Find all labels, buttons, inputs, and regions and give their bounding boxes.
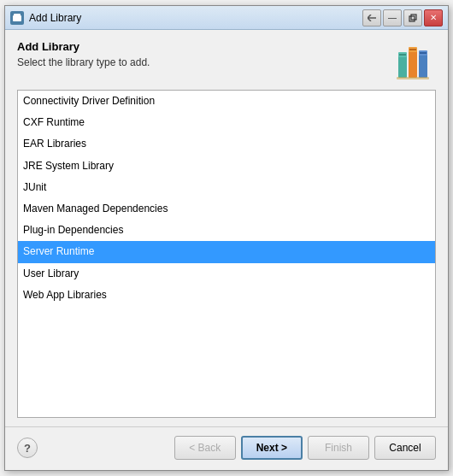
- content-area: Add Library Select the library type to a…: [5, 30, 448, 426]
- svg-rect-1: [14, 14, 21, 16]
- books-svg: [395, 40, 436, 81]
- header-text: Add Library Select the library type to a…: [17, 40, 386, 68]
- dialog-icon: [10, 11, 24, 25]
- list-item[interactable]: Plug-in Dependencies: [18, 220, 435, 241]
- list-item[interactable]: Web App Libraries: [18, 285, 435, 306]
- svg-rect-12: [420, 52, 427, 54]
- svg-rect-2: [409, 16, 415, 21]
- title-bar-left: Add Library: [10, 11, 81, 25]
- svg-rect-3: [411, 15, 416, 20]
- list-item[interactable]: JUnit: [18, 177, 435, 198]
- svg-rect-6: [399, 54, 406, 56]
- list-item[interactable]: CXF Runtime: [18, 112, 435, 133]
- list-item[interactable]: Connectivity Driver Definition: [18, 91, 435, 112]
- cancel-button[interactable]: Cancel: [374, 436, 436, 460]
- svg-rect-0: [13, 15, 21, 21]
- header-section: Add Library Select the library type to a…: [17, 40, 436, 81]
- list-item[interactable]: EAR Libraries: [18, 133, 435, 155]
- svg-rect-4: [398, 56, 407, 78]
- svg-rect-10: [419, 54, 427, 78]
- title-bar-controls: — ✕: [362, 9, 443, 26]
- list-item[interactable]: User Library: [18, 263, 435, 285]
- svg-rect-9: [409, 49, 416, 50]
- button-row: ? < Back Next > Finish Cancel: [5, 427, 448, 470]
- dialog-title: Add Library: [29, 12, 81, 24]
- header-title: Add Library: [17, 40, 386, 53]
- add-library-dialog: Add Library — ✕ Add Library Select the l…: [4, 5, 449, 471]
- header-subtitle: Select the library type to add.: [17, 56, 386, 68]
- navigation-buttons: < Back Next > Finish Cancel: [174, 436, 436, 460]
- list-item[interactable]: Server Runtime: [18, 241, 435, 262]
- svg-rect-7: [409, 50, 417, 78]
- library-list[interactable]: Connectivity Driver DefinitionCXF Runtim…: [17, 90, 436, 418]
- finish-button[interactable]: Finish: [308, 436, 369, 460]
- help-button[interactable]: ?: [17, 438, 38, 458]
- list-item[interactable]: Maven Managed Dependencies: [18, 198, 435, 220]
- restore-button[interactable]: [403, 9, 422, 26]
- next-button[interactable]: Next >: [241, 436, 303, 460]
- minimize-button[interactable]: —: [383, 9, 402, 26]
- library-icon: [395, 40, 436, 81]
- back-button[interactable]: < Back: [174, 436, 236, 460]
- list-item[interactable]: JRE System Library: [18, 156, 435, 177]
- svg-rect-13: [397, 77, 429, 79]
- close-button[interactable]: ✕: [424, 9, 443, 26]
- back-nav-button[interactable]: [362, 9, 381, 26]
- title-bar: Add Library — ✕: [5, 6, 448, 30]
